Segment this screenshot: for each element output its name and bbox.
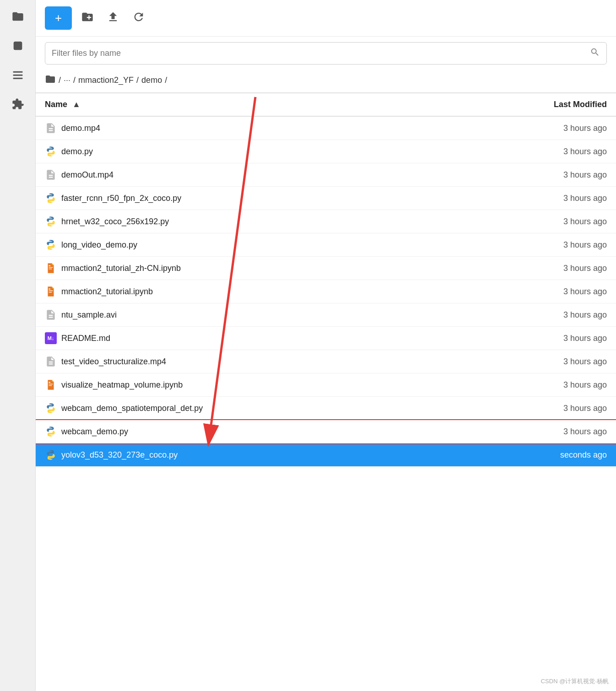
table-row[interactable]: test_video_structuralize.mp43 hours ago bbox=[36, 350, 616, 373]
file-name: visualize_heatmap_volume.ipynb bbox=[61, 380, 183, 390]
toolbar: + bbox=[36, 0, 616, 37]
file-modified: 3 hours ago bbox=[448, 350, 616, 373]
file-file-icon bbox=[45, 122, 57, 134]
stop-sidebar-icon[interactable] bbox=[9, 37, 27, 55]
table-row[interactable]: mmaction2_tutorial.ipynb3 hours ago bbox=[36, 280, 616, 303]
breadcrumb-separator-2: / bbox=[73, 76, 76, 85]
python-file-icon bbox=[45, 192, 57, 204]
file-modified: seconds ago bbox=[448, 443, 616, 467]
table-row[interactable]: demo.py3 hours ago bbox=[36, 140, 616, 163]
file-name: long_video_demo.py bbox=[61, 240, 137, 250]
file-name: yolov3_d53_320_273e_coco.py bbox=[61, 450, 178, 460]
search-wrapper bbox=[45, 42, 607, 65]
file-modified: 3 hours ago bbox=[448, 373, 616, 397]
new-file-button[interactable]: + bbox=[45, 6, 72, 30]
new-folder-button[interactable] bbox=[77, 7, 97, 30]
svg-rect-2 bbox=[13, 75, 22, 76]
file-table-container: Name ▲ Last Modified demo.mp43 hours ago… bbox=[36, 92, 616, 467]
table-row[interactable]: demoOut.mp43 hours ago bbox=[36, 163, 616, 187]
svg-rect-3 bbox=[13, 78, 22, 79]
python-file-icon bbox=[45, 216, 57, 227]
file-file-icon bbox=[45, 356, 57, 367]
file-modified: 3 hours ago bbox=[448, 257, 616, 280]
file-name: hrnet_w32_coco_256x192.py bbox=[61, 217, 169, 227]
python-file-icon bbox=[45, 449, 57, 461]
file-name: ntu_sample.avi bbox=[61, 310, 117, 320]
python-file-icon bbox=[45, 239, 57, 251]
col-name-header[interactable]: Name ▲ bbox=[36, 93, 448, 116]
file-modified: 3 hours ago bbox=[448, 187, 616, 210]
table-row[interactable]: faster_rcnn_r50_fpn_2x_coco.py3 hours ag… bbox=[36, 187, 616, 210]
file-file-icon bbox=[45, 169, 57, 181]
jupyter-file-icon bbox=[45, 286, 57, 297]
table-row[interactable]: visualize_heatmap_volume.ipynb3 hours ag… bbox=[36, 373, 616, 397]
file-modified: 3 hours ago bbox=[448, 210, 616, 233]
table-row[interactable]: long_video_demo.py3 hours ago bbox=[36, 233, 616, 257]
table-header-row: Name ▲ Last Modified bbox=[36, 93, 616, 116]
file-name: README.md bbox=[61, 334, 110, 343]
python-file-icon bbox=[45, 426, 57, 437]
table-row[interactable]: webcam_demo_spatiotemporal_det.py3 hours… bbox=[36, 397, 616, 420]
python-file-icon bbox=[45, 146, 57, 157]
breadcrumb-separator-4: / bbox=[165, 76, 167, 85]
table-row[interactable]: webcam_demo.py3 hours ago bbox=[36, 420, 616, 443]
breadcrumb-mmaction[interactable]: mmaction2_YF bbox=[78, 76, 134, 85]
file-modified: 3 hours ago bbox=[448, 163, 616, 187]
breadcrumb-separator-1: / bbox=[59, 76, 61, 85]
sidebar bbox=[0, 0, 36, 691]
col-modified-header[interactable]: Last Modified bbox=[448, 93, 616, 116]
file-table: Name ▲ Last Modified demo.mp43 hours ago… bbox=[36, 92, 616, 467]
file-modified: 3 hours ago bbox=[448, 140, 616, 163]
table-row[interactable]: mmaction2_tutorial_zh-CN.ipynb3 hours ag… bbox=[36, 257, 616, 280]
svg-rect-1 bbox=[13, 71, 22, 73]
file-name: mmaction2_tutorial.ipynb bbox=[61, 287, 153, 297]
search-icon bbox=[590, 47, 600, 59]
main-panel: + / ··· / mmaction2_YF / demo / bbox=[36, 0, 616, 691]
python-file-icon bbox=[45, 402, 57, 414]
table-row[interactable]: demo.mp43 hours ago bbox=[36, 116, 616, 140]
file-name: webcam_demo.py bbox=[61, 427, 128, 437]
table-row[interactable]: yolov3_d53_320_273e_coco.pyseconds ago bbox=[36, 443, 616, 467]
folder-sidebar-icon[interactable] bbox=[9, 7, 27, 26]
breadcrumb: / ··· / mmaction2_YF / demo / bbox=[36, 70, 616, 92]
plus-icon: + bbox=[55, 11, 62, 25]
file-modified: 3 hours ago bbox=[448, 420, 616, 443]
svg-rect-0 bbox=[13, 42, 22, 50]
breadcrumb-ellipsis[interactable]: ··· bbox=[64, 76, 70, 85]
table-row[interactable]: M↓README.md3 hours ago bbox=[36, 327, 616, 350]
search-bar bbox=[36, 37, 616, 70]
file-name: demo.mp4 bbox=[61, 124, 100, 133]
jupyter-file-icon bbox=[45, 262, 57, 274]
file-name: mmaction2_tutorial_zh-CN.ipynb bbox=[61, 264, 181, 273]
breadcrumb-demo[interactable]: demo bbox=[141, 76, 162, 85]
puzzle-sidebar-icon[interactable] bbox=[9, 95, 27, 113]
breadcrumb-separator-3: / bbox=[136, 76, 139, 85]
file-modified: 3 hours ago bbox=[448, 303, 616, 327]
table-row[interactable]: ntu_sample.avi3 hours ago bbox=[36, 303, 616, 327]
sort-arrow-icon: ▲ bbox=[72, 100, 81, 109]
file-modified: 3 hours ago bbox=[448, 233, 616, 257]
refresh-button[interactable] bbox=[129, 7, 149, 30]
breadcrumb-folder-icon bbox=[45, 74, 56, 87]
file-modified: 3 hours ago bbox=[448, 116, 616, 140]
file-name: faster_rcnn_r50_fpn_2x_coco.py bbox=[61, 194, 181, 203]
file-name: webcam_demo_spatiotemporal_det.py bbox=[61, 404, 203, 413]
jupyter-file-icon bbox=[45, 379, 57, 391]
watermark: CSDN @计算机视觉·杨帆 bbox=[541, 677, 609, 686]
file-modified: 3 hours ago bbox=[448, 397, 616, 420]
file-file-icon bbox=[45, 309, 57, 321]
file-name: demoOut.mp4 bbox=[61, 170, 113, 180]
file-modified: 3 hours ago bbox=[448, 280, 616, 303]
upload-button[interactable] bbox=[103, 7, 123, 30]
table-row[interactable]: hrnet_w32_coco_256x192.py3 hours ago bbox=[36, 210, 616, 233]
menu-sidebar-icon[interactable] bbox=[9, 66, 27, 84]
search-input[interactable] bbox=[52, 49, 590, 58]
file-name: test_video_structuralize.mp4 bbox=[61, 357, 166, 367]
md-file-icon: M↓ bbox=[45, 332, 57, 344]
file-name: demo.py bbox=[61, 147, 93, 157]
file-modified: 3 hours ago bbox=[448, 327, 616, 350]
